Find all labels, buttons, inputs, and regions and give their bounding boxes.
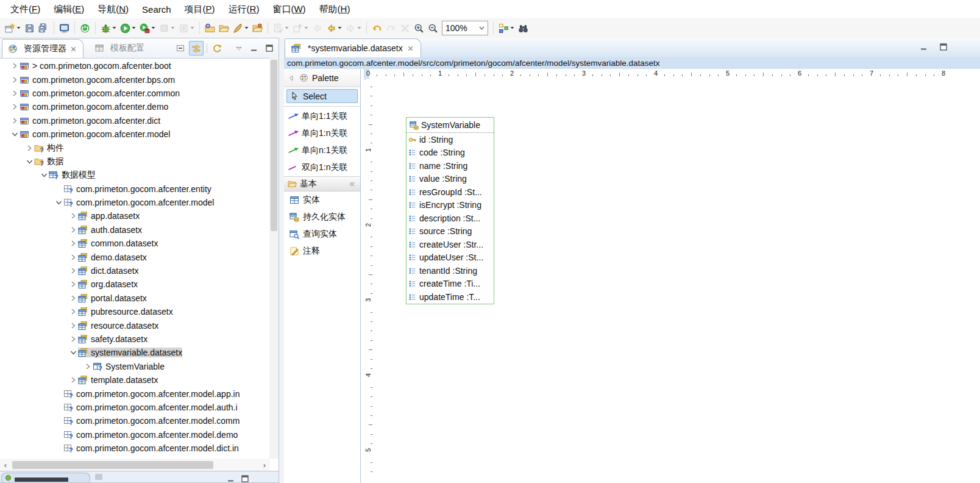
palette-tool-query-entity[interactable]: 查询实体 <box>284 226 360 243</box>
scroll-right-arrow[interactable]: › <box>259 459 270 471</box>
chevron-down-icon[interactable] <box>39 170 49 180</box>
tree-item[interactable]: common.datasetx <box>0 237 270 250</box>
entity-attribute[interactable]: source :String <box>407 225 494 238</box>
resource-folder-button[interactable] <box>251 20 264 37</box>
chevron-right-icon[interactable] <box>68 293 78 303</box>
menu-item-n[interactable]: 导航(N) <box>91 1 135 18</box>
entity-attribute[interactable]: updateTime :T... <box>407 290 494 304</box>
chevron-right-icon[interactable] <box>68 266 78 276</box>
import-folder-button[interactable] <box>204 20 216 37</box>
tree-item[interactable]: pubresource.datasetx <box>0 305 270 318</box>
collapse-palette-icon[interactable] <box>287 74 296 82</box>
relaunch-button[interactable] <box>177 20 196 37</box>
search-binoculars-button[interactable] <box>517 20 530 37</box>
maximize-icon[interactable] <box>240 474 250 483</box>
tree-item[interactable]: ?构件 <box>0 141 270 154</box>
maximize-button[interactable] <box>939 42 948 52</box>
entity-attribute[interactable]: description :St... <box>407 212 494 225</box>
tree-item[interactable]: dict.datasetx <box>0 264 270 277</box>
chevron-right-icon[interactable] <box>68 321 78 331</box>
stop-button[interactable] <box>158 20 176 37</box>
zoom-out-button[interactable] <box>427 20 439 37</box>
palette-tool-entity[interactable]: 实体 <box>284 191 360 209</box>
menu-item-f[interactable]: 文件(F) <box>4 1 47 18</box>
tree-item[interactable]: com.primeton.gocom.afcenter.bps.om <box>0 73 270 86</box>
entity-attribute[interactable]: name :String <box>407 159 494 173</box>
chevron-right-icon[interactable] <box>68 252 78 262</box>
palette-tool-persist-entity[interactable]: 持久化实体 <box>284 209 360 226</box>
entity-attribute[interactable]: resGroupId :St... <box>407 185 494 199</box>
tree-item[interactable]: ?com.primeton.gocom.afcenter.model.demo <box>0 428 270 442</box>
diagram-canvas[interactable]: SystemVariable id :Stringcode :Stringnam… <box>374 79 980 483</box>
redo-button[interactable] <box>385 20 397 37</box>
tree-horizontal-scrollbar[interactable]: ‹ › <box>0 459 270 471</box>
chevron-down-icon[interactable] <box>54 198 63 207</box>
minimize-button[interactable] <box>919 42 929 52</box>
scroll-left-arrow[interactable]: ‹ <box>0 459 11 471</box>
chevron-right-icon[interactable] <box>24 143 34 153</box>
save-button[interactable] <box>23 20 36 37</box>
entity-title-row[interactable]: SystemVariable <box>407 118 494 133</box>
chevron-right-icon[interactable] <box>68 279 78 289</box>
tree-item[interactable]: demo.datasetx <box>0 250 270 263</box>
forward-button[interactable] <box>344 20 363 37</box>
chevron-right-icon[interactable] <box>68 307 78 317</box>
entity-attribute[interactable]: tenantId :String <box>407 264 494 277</box>
delete-button[interactable] <box>399 20 411 37</box>
tree-item[interactable]: com.primeton.gocom.afcenter.demo <box>0 100 270 113</box>
chevron-right-icon[interactable] <box>10 102 20 112</box>
scrollbar-thumb[interactable] <box>12 461 213 469</box>
scrollbar-thumb[interactable] <box>271 60 277 231</box>
tree-item[interactable]: resource.datasetx <box>0 318 270 332</box>
debug-button[interactable] <box>99 20 118 37</box>
palette-tool-relation-1[interactable]: 单向1:n关联 <box>284 125 360 142</box>
prev-edit-button[interactable] <box>311 20 324 37</box>
chevron-down-icon[interactable] <box>24 157 34 166</box>
palette-section-basic[interactable]: 基本 <box>284 176 360 191</box>
tree-item[interactable]: systemvariable.datasetx <box>0 346 270 359</box>
collapse-section-icon[interactable] <box>348 180 357 188</box>
spring-boot-button[interactable] <box>79 20 91 37</box>
partial-view-tab[interactable] <box>1 473 90 482</box>
tree-item[interactable]: app.datasetx <box>0 209 270 223</box>
collapse-all-button[interactable] <box>174 41 187 55</box>
tree-item[interactable]: org.datasetx <box>0 277 270 291</box>
entity-attribute[interactable]: createTime :Ti... <box>407 277 494 291</box>
tab-resource-explorer[interactable]: 资源管理器 <box>2 39 83 58</box>
chevron-right-icon[interactable] <box>10 116 20 126</box>
commit-button[interactable] <box>272 20 290 37</box>
panel-sash[interactable] <box>279 38 284 483</box>
entity-attribute[interactable]: isEncrypt :String <box>407 199 494 212</box>
view-menu-button[interactable] <box>232 41 246 55</box>
chevron-right-icon[interactable] <box>68 211 78 221</box>
back-button[interactable] <box>325 20 343 37</box>
menu-item-e[interactable]: 编辑(E) <box>47 1 91 18</box>
tree-item[interactable]: ?com.primeton.gocom.afcenter.model.comm <box>0 414 270 428</box>
tree-item[interactable]: template.datasetx <box>0 373 270 387</box>
close-icon[interactable] <box>69 45 77 53</box>
link-editor-button[interactable] <box>189 41 204 55</box>
tree-item[interactable]: ?com.primeton.gocom.afcenter.model.app.i… <box>0 387 270 400</box>
menu-item-search[interactable]: Search <box>135 2 178 17</box>
entity-systemvariable[interactable]: SystemVariable id :Stringcode :Stringnam… <box>406 117 494 304</box>
run-button[interactable] <box>119 20 137 37</box>
tree-item[interactable]: ?SystemVariable <box>0 360 270 373</box>
chevron-right-icon[interactable] <box>10 75 20 85</box>
menu-item-p[interactable]: 项目(P) <box>178 1 222 18</box>
entity-attribute[interactable]: value :String <box>407 173 494 186</box>
tab-template-config[interactable]: 模板配置 <box>89 39 150 57</box>
zoom-level-combo[interactable]: 100% <box>442 21 488 35</box>
palette-tool-relation-0[interactable]: 单向1:1关联 <box>284 108 360 125</box>
tree-item[interactable]: auth.datasetx <box>0 223 270 237</box>
chevron-right-icon[interactable] <box>10 88 20 98</box>
entity-attribute[interactable]: createUser :Str... <box>407 238 494 251</box>
tree-item[interactable]: portal.datasetx <box>0 292 270 305</box>
new-wizard-button[interactable] <box>4 20 22 37</box>
minimize-icon[interactable] <box>226 474 236 483</box>
run-config-button[interactable] <box>138 20 157 37</box>
open-folder-button[interactable] <box>218 20 230 37</box>
palette-tool-relation-2[interactable]: 单向n:1关联 <box>284 142 360 159</box>
tree-item[interactable]: ?com.primeton.gocom.afcenter.model.auth.… <box>0 401 270 414</box>
minimize-button[interactable] <box>247 41 261 55</box>
tree-item[interactable]: com.primeton.gocom.afcenter.dict <box>0 114 270 127</box>
